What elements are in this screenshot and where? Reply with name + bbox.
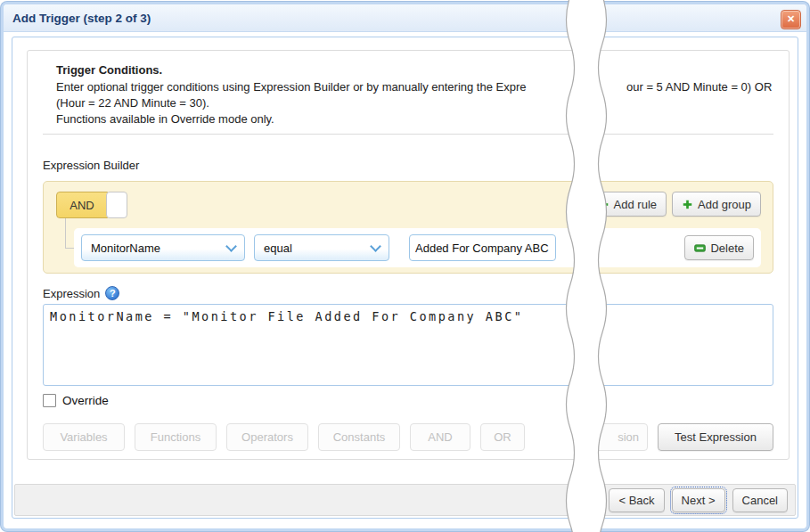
condition-or-button[interactable]	[106, 192, 127, 218]
rule-operator-value: equal	[264, 241, 364, 255]
rule-operator-select[interactable]: equal	[254, 234, 389, 261]
override-row: Override	[43, 394, 773, 407]
test-expression-button[interactable]: Test Expression	[658, 423, 773, 451]
expression-label: Expression	[43, 287, 100, 300]
rule-value-input[interactable]	[409, 234, 556, 261]
add-rule-button[interactable]: Add rule	[588, 192, 667, 217]
or-button[interactable]: OR	[480, 423, 525, 451]
and-button[interactable]: AND	[410, 423, 470, 451]
condition-toggle: AND	[56, 192, 127, 218]
next-button[interactable]: Next >	[672, 488, 725, 512]
delete-rule-label: Delete	[710, 241, 744, 255]
delete-rule-button[interactable]: Delete	[684, 235, 754, 260]
constants-button[interactable]: Constants	[318, 423, 400, 451]
chevron-down-icon	[225, 241, 237, 252]
expression-builder-group: AND Add rule Add group	[43, 181, 773, 274]
chevron-down-icon	[370, 241, 381, 252]
intro-line-2: (Hour = 22 AND Minute = 30).	[56, 95, 773, 111]
dialog-footer: < Back Next > Cancel	[14, 484, 796, 516]
operators-button[interactable]: Operators	[226, 423, 308, 451]
add-rule-label: Add rule	[614, 198, 657, 211]
dialog-title: Add Trigger (step 2 of 3)	[12, 12, 151, 25]
back-button[interactable]: < Back	[609, 488, 664, 512]
add-trigger-dialog: Add Trigger (step 2 of 3) ✕ Trigger Cond…	[1, 2, 809, 531]
plus-icon	[682, 199, 693, 210]
step-panel: Trigger Conditions. Enter optional trigg…	[27, 50, 790, 460]
variables-button[interactable]: Variables	[43, 423, 125, 451]
intro-separator	[43, 134, 773, 135]
help-icon[interactable]: ?	[105, 286, 119, 300]
intro-line-3: Functions available in Override mode onl…	[56, 111, 773, 127]
add-group-label: Add group	[698, 198, 751, 211]
expression-toolbar: Variables Functions Operators Constants …	[43, 423, 773, 451]
intro-heading: Trigger Conditions.	[56, 62, 773, 78]
intro-line-1-before-tear: Enter optional trigger conditions using …	[56, 80, 527, 94]
add-group-button[interactable]: Add group	[672, 192, 761, 217]
cancel-button[interactable]: Cancel	[732, 488, 788, 512]
clear-expression-button-partial[interactable]: sion	[583, 423, 648, 451]
tree-connector	[65, 218, 66, 248]
group-actions: Add rule Add group	[588, 192, 761, 217]
intro-text: Trigger Conditions. Enter optional trigg…	[56, 62, 773, 127]
tree-connector	[65, 248, 74, 249]
rule-field-value: MonitorName	[91, 241, 220, 255]
intro-line-1-after-tear: our = 5 AND Minute = 0) OR	[626, 79, 772, 95]
expression-textarea[interactable]: MonitorName = "Monitor File Added For Co…	[43, 304, 773, 386]
dialog-content: Trigger Conditions. Enter optional trigg…	[12, 37, 798, 519]
close-icon[interactable]: ✕	[781, 10, 801, 29]
expression-label-row: Expression ?	[43, 286, 773, 300]
dialog-titlebar: Add Trigger (step 2 of 3)	[4, 4, 806, 32]
minus-icon	[694, 242, 706, 254]
condition-and-button[interactable]: AND	[56, 192, 108, 218]
rule-row: MonitorName equal Delete	[74, 228, 761, 267]
functions-button[interactable]: Functions	[135, 423, 217, 451]
rule-field-select[interactable]: MonitorName	[81, 234, 245, 261]
intro-line-1: Enter optional trigger conditions using …	[56, 79, 773, 95]
override-checkbox[interactable]	[43, 394, 56, 407]
expression-builder-label: Expression Builder	[43, 159, 773, 172]
override-label: Override	[62, 394, 109, 407]
plus-icon	[598, 199, 610, 210]
